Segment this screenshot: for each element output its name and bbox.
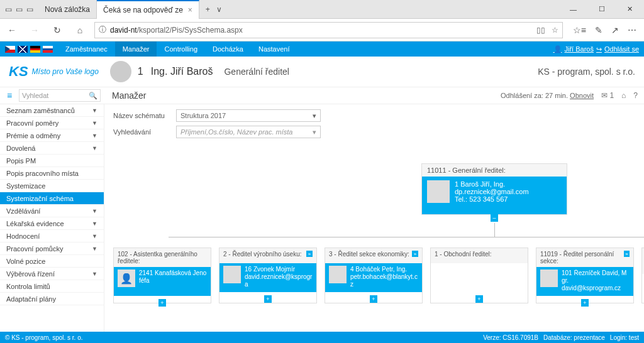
- favorites-icon[interactable]: ☆≡: [573, 25, 586, 35]
- sidebar-item[interactable]: Pracovní pomůcky▼: [0, 242, 104, 255]
- browser-tab[interactable]: Nová záložka: [38, 0, 97, 19]
- expand-button[interactable]: »: [306, 251, 313, 257]
- avatar: [329, 266, 347, 283]
- window-close-button[interactable]: ✕: [616, 0, 644, 19]
- flag-sk[interactable]: [43, 46, 53, 53]
- org-node[interactable]: 11013 - Vedoucí kování:: [641, 248, 644, 303]
- window-minimize-button[interactable]: —: [559, 0, 587, 19]
- refresh-button[interactable]: ↻: [49, 25, 65, 35]
- nav-manazer[interactable]: Manažer: [115, 41, 157, 57]
- avatar: [223, 266, 241, 283]
- url-field[interactable]: ⓘ david-nt/ksportal2/Pis/SysSchema.aspx …: [94, 22, 563, 38]
- logo: KS: [9, 63, 28, 80]
- tab-label: Nová záložka: [45, 5, 90, 14]
- expand-button[interactable]: +: [581, 299, 589, 307]
- expand-button[interactable]: +: [264, 295, 272, 303]
- logout-timer: Odhlášení za: 27 min.: [501, 92, 568, 99]
- sidebar-item[interactable]: Systemizační schéma: [0, 192, 104, 205]
- expand-button[interactable]: »: [412, 251, 418, 257]
- footer-login: Login: test: [610, 334, 639, 341]
- info-icon[interactable]: ⓘ: [99, 24, 106, 35]
- user-name: Jiří Baroš: [565, 45, 594, 53]
- sidebar-item[interactable]: Volné pozice: [0, 255, 104, 268]
- search-input[interactable]: Vyhledat 🔍: [19, 89, 101, 102]
- footer-copyright: © KS - program, spol. s r. o.: [5, 334, 83, 341]
- sidebar-item[interactable]: Prémie a odměny▼: [0, 129, 104, 142]
- expand-button[interactable]: +: [370, 295, 377, 303]
- sidebar-item[interactable]: Popis pracovního místa: [0, 167, 104, 180]
- close-icon[interactable]: ×: [188, 6, 192, 14]
- home-icon[interactable]: ⌂: [621, 91, 626, 100]
- nav-zamestnanec[interactable]: Zaměstnanec: [58, 41, 115, 57]
- help-icon[interactable]: ?: [633, 91, 638, 100]
- mail-count: 1: [609, 91, 614, 100]
- org-node[interactable]: 3 - Ředitel sekce ekonomiky:»4 Boháček P…: [325, 248, 423, 303]
- nav-nastaveni[interactable]: Nastavení: [251, 41, 297, 57]
- search-select[interactable]: Příjmení,Os.číslo, Název prac. místa ▾: [176, 126, 321, 138]
- sidebar-item[interactable]: Seznam zaměstnanců▼: [0, 104, 104, 117]
- user-link[interactable]: 👤Jiří Baroš: [553, 45, 594, 53]
- expand-button[interactable]: »: [624, 251, 630, 257]
- sidebar-item[interactable]: Výběrová řízení▼: [0, 268, 104, 280]
- chevron-down-icon: ▼: [92, 145, 97, 151]
- window-maximize-button[interactable]: ☐: [587, 0, 616, 19]
- connector: [494, 223, 495, 237]
- collapse-button[interactable]: –: [491, 214, 498, 222]
- back-button[interactable]: ←: [4, 25, 20, 35]
- sidebar-item[interactable]: Pracovní poměry▼: [0, 117, 104, 129]
- forward-button[interactable]: →: [26, 25, 43, 35]
- org-node[interactable]: 1 - Obchodní ředitel:+: [430, 248, 528, 303]
- chevron-down-icon: ▾: [313, 128, 316, 136]
- tab-label: Čeká se na odpověď ze: [103, 6, 183, 14]
- org-node[interactable]: 2 - Ředitel výrobního úseku:»16 Zvonek M…: [219, 248, 317, 303]
- logout-label: Odhlásit se: [604, 45, 639, 53]
- edit-icon[interactable]: ✎: [595, 25, 602, 35]
- sidebar-item[interactable]: Systemizace: [0, 180, 104, 192]
- browser-tab-active[interactable]: Čeká se na odpověď ze ×: [97, 0, 199, 19]
- share-icon[interactable]: ↗: [611, 25, 619, 35]
- chevron-down-icon[interactable]: ∨: [216, 5, 222, 14]
- footer-version: Verze: CS16.7091B: [483, 334, 538, 341]
- page-title: Manažer: [101, 90, 146, 101]
- sidebar-item[interactable]: Hodnocení▼: [0, 230, 104, 242]
- logout-link[interactable]: ↪Odhlásit se: [596, 45, 639, 53]
- schema-select[interactable]: Struktura 2017 ▾: [176, 109, 321, 122]
- sidebar-item[interactable]: Dovolená▼: [0, 142, 104, 155]
- chevron-down-icon: ▼: [92, 208, 97, 214]
- more-icon[interactable]: ⋯: [628, 25, 636, 35]
- sidebar-item-label: Lékařská evidence: [6, 220, 64, 227]
- org-node-email: david.reznicek@ksprogra: [245, 273, 313, 288]
- org-chart: 11011 - Generální ředitel: 1 Baroš Jiří,…: [113, 163, 635, 303]
- sidebar-item[interactable]: Kontrola limitů: [0, 280, 104, 293]
- flag-cz[interactable]: [5, 46, 15, 53]
- expand-button[interactable]: +: [158, 299, 166, 307]
- nav-dochazka[interactable]: Docházka: [205, 41, 251, 57]
- avatar: [110, 61, 131, 82]
- sidebar-item[interactable]: Vzdělávání▼: [0, 205, 104, 217]
- sidebar-item-label: Vzdělávání: [6, 207, 40, 215]
- user-icon: 👤: [553, 45, 562, 53]
- org-root-node[interactable]: 11011 - Generální ředitel: 1 Baroš Jiří,…: [421, 163, 567, 215]
- sidebar-item[interactable]: Popis PM: [0, 155, 104, 167]
- sidebar-item[interactable]: Adaptační plány: [0, 293, 104, 305]
- sidebar-item-label: Volné pozice: [6, 258, 45, 265]
- sidebar-item-label: Adaptační plány: [6, 295, 56, 303]
- sidebar-item[interactable]: Lékařská evidence▼: [0, 217, 104, 230]
- org-node-title: 3 - Ředitel sekce ekonomiky:»: [325, 248, 422, 263]
- reader-icon[interactable]: ▯▯: [536, 26, 545, 35]
- url-host: david-nt: [110, 26, 137, 35]
- mail-icon[interactable]: ✉ 1: [601, 91, 614, 100]
- flag-uk[interactable]: [18, 46, 28, 53]
- org-node-email: dp.reznicek@gmail.com: [455, 188, 529, 195]
- search-icon[interactable]: 🔍: [89, 92, 97, 100]
- org-node[interactable]: 11019 - Ředitel personální sekce:»101 Ře…: [536, 248, 634, 303]
- org-node[interactable]: 102 - Asistentka generálního ředitele:👤2…: [113, 248, 211, 303]
- menu-icon[interactable]: ≡: [0, 90, 19, 101]
- refresh-link[interactable]: Obnovit: [570, 92, 594, 99]
- nav-controlling[interactable]: Controlling: [157, 41, 205, 57]
- new-tab-button[interactable]: +: [206, 5, 210, 14]
- home-button[interactable]: ⌂: [72, 25, 88, 35]
- star-icon[interactable]: ☆: [552, 26, 558, 35]
- expand-button[interactable]: +: [475, 295, 483, 303]
- flag-de[interactable]: [30, 46, 40, 53]
